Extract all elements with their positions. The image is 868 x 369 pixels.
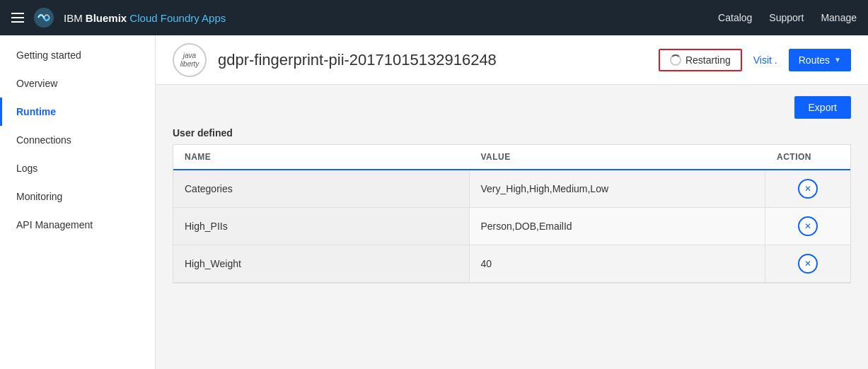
col-header-action: ACTION	[765, 145, 850, 169]
section-title: User defined	[173, 127, 851, 139]
env-vars-table: NAME VALUE ACTION Categories Very_High,H…	[173, 144, 851, 283]
bluemix-logo	[33, 6, 55, 29]
chevron-down-icon: ▼	[834, 56, 841, 64]
env-var-value-0: Very_High,High,Medium,Low	[470, 170, 766, 207]
delete-button-1[interactable]	[798, 216, 818, 236]
sidebar-item-api-management[interactable]: API Management	[0, 211, 155, 239]
col-header-name: NAME	[173, 145, 470, 169]
env-var-name-2: High_Weight	[173, 245, 470, 282]
support-link[interactable]: Support	[769, 12, 804, 23]
catalog-link[interactable]: Catalog	[718, 12, 752, 23]
table-header: NAME VALUE ACTION	[173, 145, 850, 170]
brand-text: IBM Bluemix Cloud Foundry Apps	[64, 12, 226, 24]
app-icon: java liberty	[173, 43, 207, 77]
spinner-icon	[670, 54, 681, 66]
env-var-name-0: Categories	[173, 170, 470, 207]
content-area: Export User defined NAME VALUE ACTION Ca…	[156, 85, 868, 369]
main-content: java liberty gdpr-fingerprint-pii-201710…	[156, 35, 868, 369]
sidebar-item-logs[interactable]: Logs	[0, 154, 155, 182]
delete-button-2[interactable]	[798, 254, 818, 274]
sidebar-item-getting-started[interactable]: Getting started	[0, 41, 155, 69]
env-var-action-1	[765, 208, 850, 245]
routes-button[interactable]: Routes ▼	[789, 49, 851, 71]
sidebar-item-overview[interactable]: Overview	[0, 69, 155, 98]
sidebar: Getting started Overview Runtime Connect…	[0, 35, 156, 369]
restarting-status: Restarting	[659, 49, 742, 71]
app-header: java liberty gdpr-fingerprint-pii-201710…	[156, 35, 868, 85]
sidebar-item-monitoring[interactable]: Monitoring	[0, 182, 155, 211]
table-row: High_Weight 40	[173, 245, 850, 283]
col-header-value: VALUE	[470, 145, 766, 169]
visit-link[interactable]: Visit .	[753, 54, 777, 66]
env-var-action-0	[765, 170, 850, 207]
table-row: Categories Very_High,High,Medium,Low	[173, 170, 850, 208]
sidebar-item-runtime[interactable]: Runtime	[0, 98, 155, 126]
delete-button-0[interactable]	[798, 179, 818, 199]
restarting-label: Restarting	[685, 54, 731, 66]
env-var-value-1: Person,DOB,EmailId	[470, 208, 766, 245]
env-var-action-2	[765, 245, 850, 282]
table-row: High_PIIs Person,DOB,EmailId	[173, 208, 850, 245]
env-var-value-2: 40	[470, 245, 766, 282]
env-var-name-1: High_PIIs	[173, 208, 470, 245]
manage-link[interactable]: Manage	[821, 12, 857, 23]
sidebar-item-connections[interactable]: Connections	[0, 126, 155, 154]
export-button[interactable]: Export	[794, 96, 851, 119]
hamburger-menu[interactable]	[11, 13, 24, 23]
top-navigation: IBM Bluemix Cloud Foundry Apps Catalog S…	[0, 0, 868, 35]
app-name: gdpr-fingerprint-pii-20171015132916248	[218, 51, 647, 69]
